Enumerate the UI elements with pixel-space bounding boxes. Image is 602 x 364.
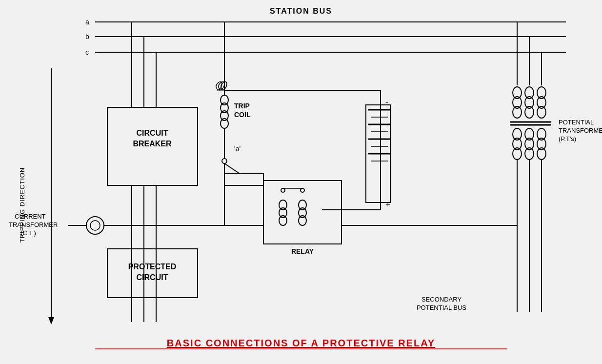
relay-label: RELAY xyxy=(291,247,314,255)
ct-label-line2: TRANSFORMER xyxy=(9,221,58,228)
pt-label-line3: (P.T's) xyxy=(559,135,576,142)
diagram-container: STATION BUS a b c TRIPPING DIRECTION CIR… xyxy=(0,0,602,364)
contact-a-label: 'a' xyxy=(234,145,241,153)
circuit-breaker-label-line1: CIRCUIT xyxy=(137,129,168,137)
svg-rect-0 xyxy=(0,0,602,364)
bus-c-label: c xyxy=(85,48,89,56)
pt-label-line2: TRANSFORMER xyxy=(559,127,602,134)
pt-label-line1: POTENTIAL xyxy=(559,119,594,126)
bus-b-label: b xyxy=(85,33,89,40)
plus-sign: + xyxy=(385,200,391,209)
ct-label-line3: (C.T.) xyxy=(20,229,36,237)
station-bus-label: STATION BUS xyxy=(270,7,332,15)
bus-a-label: a xyxy=(85,18,89,26)
secondary-bus-label-line1: SECONDARY xyxy=(421,296,462,303)
protected-circuit-label-line1: PROTECTED xyxy=(128,263,177,271)
ct-label-line1: CURRENT xyxy=(15,213,46,220)
trip-coil-label-line1: TRIP xyxy=(234,102,250,110)
secondary-bus-label-line2: POTENTIAL BUS xyxy=(417,304,466,311)
main-title: BASIC CONNECTIONS OF A PROTECTIVE RELAY xyxy=(167,338,435,348)
circuit-breaker-label-line2: BREAKER xyxy=(133,140,172,148)
trip-coil-label-line2: COIL xyxy=(234,111,251,119)
protected-circuit-label-line2: CIRCUIT xyxy=(137,273,168,282)
